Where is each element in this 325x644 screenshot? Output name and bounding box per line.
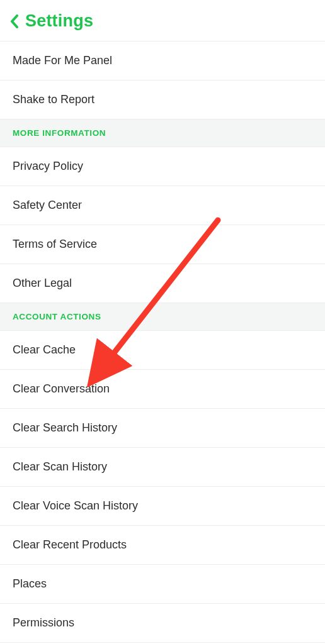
row-label: Places xyxy=(13,577,47,590)
row-other-legal[interactable]: Other Legal xyxy=(0,264,325,303)
section-header-label: MORE INFORMATION xyxy=(13,128,106,138)
back-icon[interactable] xyxy=(9,14,20,29)
row-clear-recent-products[interactable]: Clear Recent Products xyxy=(0,526,325,565)
row-label: Made For Me Panel xyxy=(13,54,112,67)
row-places[interactable]: Places xyxy=(0,565,325,604)
row-clear-scan-history[interactable]: Clear Scan History xyxy=(0,448,325,487)
settings-header: Settings xyxy=(0,0,325,41)
settings-list: Made For Me Panel Shake to Report MORE I… xyxy=(0,41,325,643)
row-clear-voice-scan-history[interactable]: Clear Voice Scan History xyxy=(0,487,325,526)
row-label: Shake to Report xyxy=(13,93,94,106)
row-label: Privacy Policy xyxy=(13,160,83,172)
row-privacy-policy[interactable]: Privacy Policy xyxy=(0,147,325,186)
section-header-label: ACCOUNT ACTIONS xyxy=(13,312,101,321)
row-label: Clear Recent Products xyxy=(13,538,127,551)
row-clear-conversation[interactable]: Clear Conversation xyxy=(0,370,325,409)
row-clear-cache[interactable]: Clear Cache xyxy=(0,331,325,370)
row-made-for-me-panel[interactable]: Made For Me Panel xyxy=(0,41,325,80)
row-shake-to-report[interactable]: Shake to Report xyxy=(0,80,325,119)
row-clear-search-history[interactable]: Clear Search History xyxy=(0,409,325,448)
row-label: Clear Conversation xyxy=(13,382,110,395)
page-title: Settings xyxy=(25,11,93,31)
row-label: Terms of Service xyxy=(13,238,97,250)
row-terms-of-service[interactable]: Terms of Service xyxy=(0,225,325,264)
row-safety-center[interactable]: Safety Center xyxy=(0,186,325,225)
row-label: Clear Voice Scan History xyxy=(13,499,138,512)
row-label: Other Legal xyxy=(13,277,72,289)
section-account-actions: ACCOUNT ACTIONS xyxy=(0,303,325,331)
row-label: Clear Cache xyxy=(13,343,76,356)
row-label: Clear Scan History xyxy=(13,460,107,473)
row-label: Clear Search History xyxy=(13,421,117,434)
section-more-information: MORE INFORMATION xyxy=(0,119,325,147)
row-label: Permissions xyxy=(13,616,74,629)
row-label: Safety Center xyxy=(13,199,82,211)
row-permissions[interactable]: Permissions xyxy=(0,604,325,643)
